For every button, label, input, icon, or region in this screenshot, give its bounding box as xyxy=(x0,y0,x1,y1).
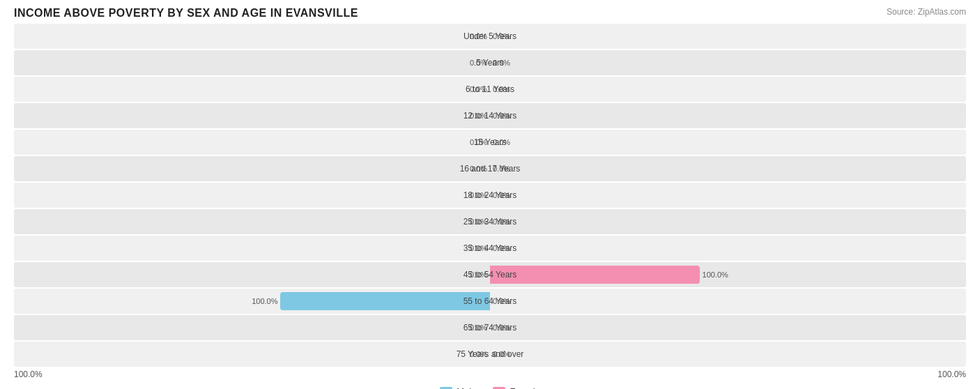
bar-row: 0.0%0.0%6 to 11 Years xyxy=(14,77,966,102)
male-value: 0.0% xyxy=(470,59,487,67)
female-value: 0.0% xyxy=(493,350,510,358)
female-value: 0.0% xyxy=(493,32,510,40)
male-value: 0.0% xyxy=(470,191,487,199)
female-value: 100.0% xyxy=(703,270,728,279)
female-value: 0.0% xyxy=(493,218,510,226)
bar-row: 0.0%0.0%65 to 74 Years xyxy=(14,315,966,340)
bar-row: 0.0%0.0%Under 5 Years xyxy=(14,24,966,49)
female-value: 0.0% xyxy=(493,165,510,173)
female-value: 0.0% xyxy=(493,191,510,199)
legend: Male Female xyxy=(14,386,966,389)
male-value: 0.0% xyxy=(470,138,487,146)
source-text: Source: ZipAtlas.com xyxy=(887,7,966,17)
bottom-left-value: 100.0% xyxy=(14,369,43,379)
chart-area: 0.0%0.0%Under 5 Years0.0%0.0%5 Years0.0%… xyxy=(14,24,966,367)
bar-row: 0.0%0.0%18 to 24 Years xyxy=(14,183,966,208)
male-value: 0.0% xyxy=(470,244,487,252)
legend-female: Female xyxy=(493,386,539,389)
male-value: 0.0% xyxy=(470,32,487,40)
female-swatch xyxy=(493,387,505,390)
bar-row: 100.0%0.0%55 to 64 Years xyxy=(14,289,966,314)
male-value: 0.0% xyxy=(470,85,487,93)
bar-row: 0.0%0.0%12 to 14 Years xyxy=(14,103,966,128)
bottom-values: 100.0% 100.0% xyxy=(14,369,966,379)
female-label: Female xyxy=(510,386,539,389)
header: INCOME ABOVE POVERTY BY SEX AND AGE IN E… xyxy=(14,7,966,20)
female-value: 0.0% xyxy=(493,297,510,305)
bar-row: 0.0%100.0%45 to 54 Years xyxy=(14,262,966,287)
bar-row: 0.0%0.0%15 Years xyxy=(14,130,966,155)
bar-row: 0.0%0.0%35 to 44 Years xyxy=(14,236,966,261)
male-swatch xyxy=(440,387,452,390)
legend-male: Male xyxy=(440,386,476,389)
page-container: INCOME ABOVE POVERTY BY SEX AND AGE IN E… xyxy=(14,7,966,389)
female-value: 0.0% xyxy=(493,323,510,332)
male-label: Male xyxy=(457,386,476,389)
female-value: 0.0% xyxy=(493,112,510,120)
bar-row: 0.0%0.0%5 Years xyxy=(14,50,966,75)
female-value: 0.0% xyxy=(493,138,510,146)
chart-title: INCOME ABOVE POVERTY BY SEX AND AGE IN E… xyxy=(14,7,358,20)
male-value: 0.0% xyxy=(470,350,487,358)
male-value: 100.0% xyxy=(252,297,277,305)
female-value: 0.0% xyxy=(493,85,510,93)
bar-row: 0.0%0.0%75 Years and over xyxy=(14,342,966,367)
female-bar: 100.0% xyxy=(490,266,700,284)
female-value: 0.0% xyxy=(493,59,510,67)
male-value: 0.0% xyxy=(470,112,487,120)
male-value: 0.0% xyxy=(470,218,487,226)
bar-row: 0.0%0.0%25 to 34 Years xyxy=(14,209,966,234)
male-value: 0.0% xyxy=(470,165,487,173)
bar-row: 0.0%0.0%16 and 17 Years xyxy=(14,156,966,181)
male-value: 0.0% xyxy=(470,323,487,332)
bottom-right-value: 100.0% xyxy=(937,369,966,379)
male-value: 0.0% xyxy=(470,270,487,279)
male-bar: 100.0% xyxy=(280,292,490,310)
female-value: 0.0% xyxy=(493,244,510,252)
